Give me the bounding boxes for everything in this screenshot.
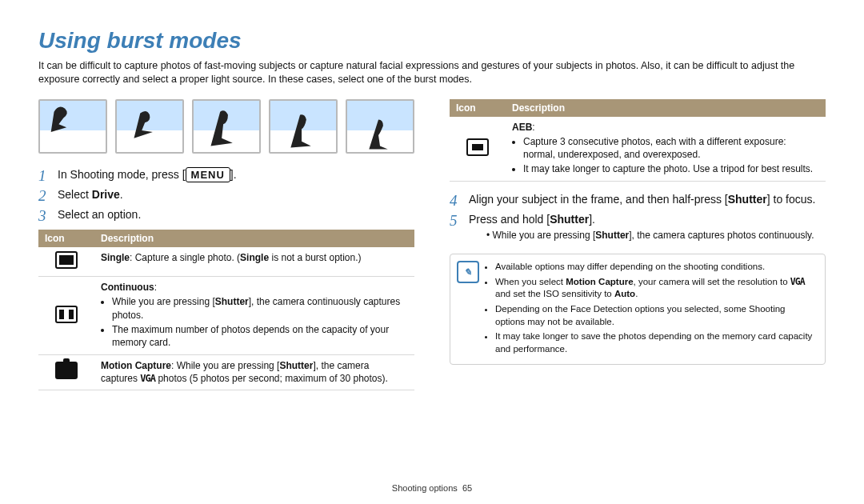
step-bold: Shutter bbox=[550, 213, 589, 226]
illustration-frame bbox=[38, 99, 107, 154]
table-row: Single: Capture a single photo. (Single … bbox=[38, 247, 414, 277]
info-item: It may take longer to save the photos de… bbox=[495, 330, 817, 355]
option-bullet: The maximum number of photos depends on … bbox=[112, 323, 408, 349]
vga-glyph: VGA bbox=[140, 373, 155, 384]
options-table-left: Icon Description Single: Capture a singl… bbox=[38, 230, 414, 390]
info-box: ✎ Available options may differ depending… bbox=[450, 254, 826, 365]
option-text: : bbox=[532, 122, 534, 133]
options-table-right: Icon Description AEB: Capture 3 consecut… bbox=[450, 99, 826, 182]
info-icon: ✎ bbox=[457, 261, 479, 283]
table-row: Continuous: While you are pressing [Shut… bbox=[38, 277, 414, 355]
illustration-frame bbox=[269, 99, 338, 154]
step-text: ]. bbox=[230, 168, 237, 181]
right-column: Icon Description AEB: Capture 3 consecut… bbox=[450, 94, 826, 390]
option-title: AEB bbox=[512, 122, 532, 133]
step-text: ]. bbox=[589, 213, 595, 226]
th-icon: Icon bbox=[450, 99, 506, 117]
step-1: In Shooting mode, press [MENU]. bbox=[38, 165, 414, 186]
step-2: Select Drive. bbox=[38, 185, 414, 205]
option-text: : Capture a single photo. ( bbox=[130, 252, 240, 263]
step-bold: Drive bbox=[92, 188, 120, 201]
footer-section: Shooting options bbox=[392, 483, 458, 493]
option-bullet: Capture 3 consecutive photos, each with … bbox=[523, 135, 819, 161]
table-row: Motion Capture: While you are pressing [… bbox=[38, 355, 414, 390]
table-row: AEB: Capture 3 consecutive photos, each … bbox=[450, 117, 826, 182]
page-title: Using burst modes bbox=[38, 26, 826, 56]
footer-page-number: 65 bbox=[462, 483, 472, 493]
step-text: Press and hold [ bbox=[469, 213, 550, 226]
option-bold: Shutter bbox=[279, 360, 313, 371]
option-bold: Single bbox=[240, 252, 269, 263]
page-footer: Shooting options 65 bbox=[0, 482, 864, 494]
th-desc: Description bbox=[94, 230, 414, 247]
option-title: Continuous bbox=[101, 282, 154, 293]
step-bold: Shutter bbox=[728, 193, 767, 206]
option-text: : While you are pressing [ bbox=[171, 360, 279, 371]
step-5: Press and hold [Shutter]. While you are … bbox=[450, 210, 826, 244]
step-text: In Shooting mode, press [ bbox=[58, 168, 186, 181]
illustration-frame bbox=[192, 99, 261, 154]
steps-left: In Shooting mode, press [MENU]. Select D… bbox=[38, 165, 414, 225]
steps-right: Align your subject in the frame, and the… bbox=[450, 190, 826, 244]
illustration-frame bbox=[346, 99, 414, 154]
burst-illustration bbox=[38, 99, 414, 154]
option-bullet: It may take longer to capture the photo.… bbox=[523, 162, 819, 175]
info-item: Depending on the Face Detection options … bbox=[495, 303, 817, 328]
aeb-icon bbox=[466, 138, 489, 156]
step-sub: While you are pressing [Shutter], the ca… bbox=[469, 227, 826, 242]
continuous-icon bbox=[55, 306, 78, 323]
step-text: ] to focus. bbox=[767, 193, 816, 206]
option-bullet: While you are pressing [Shutter], the ca… bbox=[112, 295, 408, 321]
step-text: . bbox=[120, 188, 123, 201]
option-text: : bbox=[154, 282, 157, 293]
th-icon: Icon bbox=[38, 230, 94, 247]
left-column: In Shooting mode, press [MENU]. Select D… bbox=[38, 94, 414, 390]
menu-button-glyph: MENU bbox=[186, 167, 230, 183]
option-title: Single bbox=[101, 252, 130, 263]
intro-text: It can be difficult to capture photos of… bbox=[38, 59, 826, 86]
step-4: Align your subject in the frame, and the… bbox=[450, 190, 826, 210]
info-item: When you select Motion Capture, your cam… bbox=[495, 276, 817, 301]
step-text: Select bbox=[58, 188, 92, 201]
th-desc: Description bbox=[506, 99, 826, 117]
info-item: Available options may differ depending o… bbox=[495, 261, 817, 274]
option-text: photos (5 photos per second; maximum of … bbox=[155, 373, 388, 384]
step-text: Align your subject in the frame, and the… bbox=[469, 193, 728, 206]
step-3: Select an option. bbox=[38, 205, 414, 225]
manual-page: Using burst modes It can be difficult to… bbox=[0, 0, 864, 504]
option-title: Motion Capture bbox=[101, 360, 171, 371]
option-text: is not a burst option.) bbox=[269, 252, 361, 263]
motion-capture-icon bbox=[55, 362, 78, 379]
illustration-frame bbox=[115, 99, 184, 154]
single-icon bbox=[55, 251, 78, 269]
